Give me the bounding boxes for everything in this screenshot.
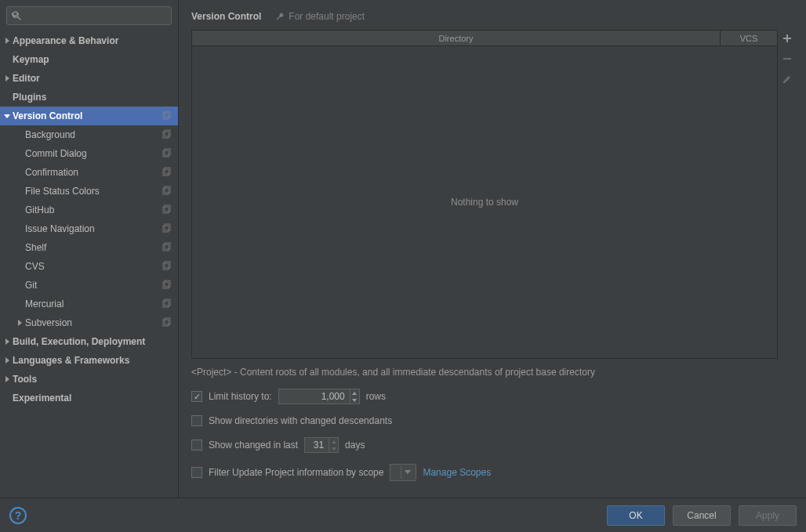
sidebar-item-label: Keymap: [13, 54, 172, 65]
table-empty-text: Nothing to show: [451, 197, 518, 208]
sidebar-item-background[interactable]: Background: [0, 125, 178, 144]
svg-marker-3: [5, 75, 9, 81]
svg-marker-35: [352, 399, 357, 402]
expand-arrow-right-icon[interactable]: [2, 357, 13, 364]
sidebar-item-label: Tools: [13, 374, 172, 385]
svg-rect-18: [165, 224, 170, 230]
sidebar-item-confirmation[interactable]: Confirmation: [0, 163, 178, 182]
show-changed-prefix: Show changed in last: [209, 440, 298, 451]
sidebar-item-git[interactable]: Git: [0, 276, 178, 295]
expand-arrow-right-icon[interactable]: [2, 38, 13, 44]
add-button[interactable]: [780, 31, 794, 45]
pencil-icon: [782, 74, 793, 85]
expand-arrow-down-icon[interactable]: [2, 113, 13, 119]
svg-rect-16: [165, 205, 170, 212]
limit-history-row: Limit history to: 1,000 rows: [191, 389, 793, 404]
ok-button[interactable]: OK: [607, 505, 665, 526]
svg-marker-32: [5, 376, 9, 382]
svg-rect-19: [163, 244, 169, 251]
sidebar-item-mercurial[interactable]: Mercurial: [0, 295, 178, 313]
sidebar-item-label: Issue Navigation: [25, 223, 161, 234]
project-level-icon: [161, 148, 172, 159]
svg-rect-22: [165, 262, 170, 268]
table-toolbar: [778, 30, 797, 359]
svg-rect-13: [163, 188, 169, 194]
chevron-up-icon: [352, 392, 357, 395]
apply-label: Apply: [756, 510, 779, 521]
help-button[interactable]: ?: [9, 507, 27, 524]
limit-history-checkbox[interactable]: [191, 391, 202, 402]
apply-button[interactable]: Apply: [739, 505, 797, 526]
column-vcs[interactable]: VCS: [721, 31, 777, 45]
limit-history-label: Limit history to:: [209, 391, 272, 402]
svg-rect-9: [163, 150, 169, 157]
svg-rect-15: [163, 207, 169, 213]
sidebar-item-shelf[interactable]: Shelf: [0, 238, 178, 257]
expand-arrow-right-icon[interactable]: [2, 338, 13, 345]
sidebar-item-issue-navigation[interactable]: Issue Navigation: [0, 219, 178, 238]
svg-marker-4: [4, 114, 10, 118]
search-input[interactable]: [26, 7, 157, 24]
sidebar-item-file-status-colors[interactable]: File Status Colors: [0, 182, 178, 201]
sidebar-item-label: Version Control: [13, 110, 161, 121]
sidebar-item-languages-frameworks[interactable]: Languages & Frameworks: [0, 351, 178, 370]
sidebar-item-version-control[interactable]: Version Control: [0, 107, 178, 125]
sidebar-item-subversion[interactable]: Subversion: [0, 313, 178, 332]
svg-rect-11: [163, 169, 169, 176]
manage-scopes-link[interactable]: Manage Scopes: [423, 467, 491, 478]
sidebar-item-label: Shelf: [25, 242, 161, 253]
sidebar-item-label: Background: [25, 129, 161, 140]
sidebar-item-appearance-behavior[interactable]: Appearance & Behavior: [0, 31, 178, 50]
spinner[interactable]: [350, 389, 359, 404]
question-icon: ?: [15, 509, 22, 522]
show-changed-value: 31: [305, 438, 329, 452]
show-directories-checkbox[interactable]: [191, 415, 202, 426]
svg-marker-30: [5, 338, 9, 345]
show-changed-input[interactable]: 31: [304, 437, 339, 453]
column-directory[interactable]: Directory: [192, 31, 721, 45]
cancel-button[interactable]: Cancel: [673, 505, 731, 526]
sidebar-item-build-execution-deployment[interactable]: Build, Execution, Deployment: [0, 332, 178, 351]
show-directories-row: Show directories with changed descendant…: [191, 415, 793, 426]
sidebar-item-editor[interactable]: Editor: [0, 69, 178, 88]
sidebar-item-label: Experimental: [13, 393, 172, 404]
edit-button[interactable]: [780, 72, 794, 86]
sidebar-item-github[interactable]: GitHub: [0, 201, 178, 219]
table-header: Directory VCS: [192, 31, 777, 46]
project-level-icon: [161, 299, 172, 309]
project-level-icon: [161, 186, 172, 197]
expand-arrow-right-icon[interactable]: [2, 75, 13, 81]
sidebar-item-commit-dialog[interactable]: Commit Dialog: [0, 144, 178, 163]
expand-arrow-right-icon[interactable]: [14, 320, 25, 326]
limit-history-input[interactable]: 1,000: [278, 389, 360, 404]
sidebar-item-label: Build, Execution, Deployment: [13, 336, 172, 347]
project-level-icon: [161, 110, 172, 121]
search-box[interactable]: [6, 6, 172, 25]
project-level-icon: [161, 242, 172, 253]
chevron-down-icon: [405, 470, 411, 475]
svg-marker-34: [352, 392, 357, 395]
sidebar-item-experimental[interactable]: Experimental: [0, 389, 178, 407]
chevron-down-icon[interactable]: [11, 11, 19, 19]
chevron-down-icon: [332, 447, 336, 451]
settings-content: Version Control For default project Dire…: [179, 0, 806, 498]
sidebar-item-tools[interactable]: Tools: [0, 370, 178, 389]
svg-rect-10: [165, 149, 170, 155]
svg-rect-25: [163, 301, 169, 307]
sidebar-item-label: CVS: [25, 261, 161, 272]
dialog-footer: ? OK Cancel Apply: [0, 498, 806, 532]
show-changed-suffix: days: [345, 440, 365, 451]
spinner[interactable]: [329, 438, 338, 452]
show-changed-checkbox[interactable]: [191, 440, 202, 451]
filter-scope-checkbox[interactable]: [191, 467, 202, 478]
settings-tree[interactable]: Appearance & BehaviorKeymapEditorPlugins…: [0, 31, 178, 498]
remove-button[interactable]: [780, 52, 794, 66]
sidebar-item-label: Git: [25, 280, 161, 291]
sidebar-item-cvs[interactable]: CVS: [0, 257, 178, 276]
sidebar-item-keymap[interactable]: Keymap: [0, 50, 178, 69]
vcs-mappings-table[interactable]: Directory VCS Nothing to show: [191, 30, 778, 359]
scope-combo[interactable]: [390, 464, 416, 481]
filter-scope-label: Filter Update Project information by sco…: [209, 467, 383, 478]
sidebar-item-plugins[interactable]: Plugins: [0, 88, 178, 107]
expand-arrow-right-icon[interactable]: [2, 376, 13, 382]
